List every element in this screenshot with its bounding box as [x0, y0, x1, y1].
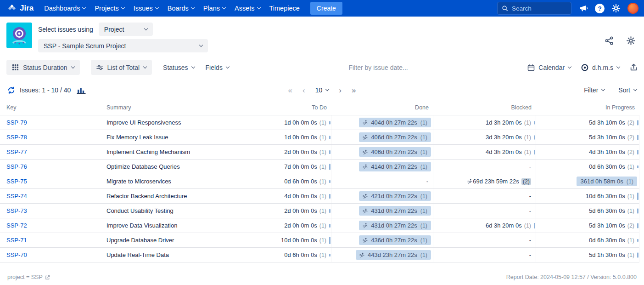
chart-view-icon[interactable]: [76, 86, 86, 94]
done-cell: 406d 0h 27m 22s(1): [331, 145, 433, 159]
duration-value: 4d 3h 10m 0s: [589, 148, 625, 155]
nav-item-timepiece[interactable]: Timepiece: [265, 1, 304, 15]
nav-item-boards[interactable]: Boards: [163, 1, 198, 15]
issue-key-cell: SSP-77: [0, 145, 102, 159]
issue-key-link[interactable]: SSP-70: [6, 251, 27, 258]
column-header-todo[interactable]: To Do: [230, 101, 331, 115]
sort-select[interactable]: Sort: [618, 86, 637, 94]
issue-count: (1): [524, 149, 531, 155]
chevron-down-icon: [144, 26, 148, 30]
duration-badge: 414d 0h 27m 22s(1): [359, 162, 431, 171]
blocked-cell: 6d 3h 20m 0s(1): [433, 218, 536, 233]
project-select[interactable]: SSP - Sample Scrum Project: [38, 39, 208, 52]
column-header-inprogress[interactable]: In Progress: [536, 101, 639, 115]
issue-summary: Migrate to Microservices: [102, 174, 230, 188]
fields-label: Fields: [206, 64, 223, 71]
issue-key-link[interactable]: SSP-76: [6, 163, 27, 170]
issue-table-body: SSP-79Improve UI Responsiveness1d 0h 0m …: [0, 115, 639, 262]
issue-key-cell: SSP-70: [0, 248, 102, 262]
nav-item-label: Plans: [203, 5, 220, 12]
feedback-megaphone-icon[interactable]: [579, 4, 588, 13]
issue-key-link[interactable]: SSP-75: [6, 178, 27, 185]
runner-icon: [363, 194, 368, 199]
issue-summary: Fix Memory Leak Issue: [102, 130, 230, 144]
user-avatar[interactable]: [627, 3, 638, 14]
first-page-button[interactable]: «: [288, 86, 292, 94]
duration-badge: 436d 0h 27m 22s(1): [359, 235, 431, 245]
report-type-select[interactable]: Status Duration: [6, 60, 80, 75]
search-box[interactable]: [497, 2, 571, 15]
jira-logo[interactable]: Jira: [7, 4, 34, 13]
filter-select[interactable]: Filter: [584, 86, 605, 94]
issue-key-link[interactable]: SSP-78: [6, 134, 27, 141]
chevron-down-icon: [143, 64, 147, 68]
search-input[interactable]: [512, 5, 563, 12]
search-icon: [502, 5, 508, 11]
issue-count: (1): [319, 178, 326, 185]
done-cell: 421d 0h 27m 22s(1): [331, 189, 433, 203]
issue-count: (2): [521, 178, 531, 185]
issue-key-link[interactable]: SSP-77: [6, 148, 27, 155]
issue-key-cell: SSP-75: [0, 174, 102, 188]
todo-cell: 0d 6h 0m 0s(1): [230, 174, 331, 188]
duration-value: 414d 0h 27m 22s: [371, 163, 417, 170]
column-header-key[interactable]: Key: [0, 101, 102, 115]
navbar-menu: DashboardsProjectsIssuesBoardsPlansAsset…: [40, 1, 304, 15]
duration-value: 3d 3h 20m 0s: [486, 134, 522, 141]
nav-item-projects[interactable]: Projects: [90, 1, 128, 15]
refresh-icon[interactable]: [7, 86, 15, 94]
chevron-down-icon: [568, 64, 571, 68]
issue-key-link[interactable]: SSP-79: [6, 119, 27, 126]
issue-key-link[interactable]: SSP-73: [6, 207, 27, 214]
issue-key-link[interactable]: SSP-71: [6, 237, 27, 244]
column-header-blocked[interactable]: Blocked: [433, 101, 536, 115]
duration-badge: 431d 0h 27m 22s(1): [359, 221, 431, 230]
inprogress-cell: 5d 3h 10m 0s(2): [536, 115, 639, 130]
export-icon[interactable]: [630, 63, 638, 71]
table-row: SSP-72Improve Data Visualization2d 0h 0m…: [0, 218, 639, 233]
issue-key-cell: SSP-76: [0, 160, 102, 174]
issue-key-link[interactable]: SSP-72: [6, 222, 27, 229]
share-icon[interactable]: [605, 36, 614, 46]
page-settings-gear-icon[interactable]: [626, 36, 636, 46]
help-icon[interactable]: ?: [595, 4, 605, 13]
report-header: Select issues using Project SSP - Sample…: [0, 17, 644, 56]
issue-count: (1): [627, 164, 634, 170]
duration-value: 5d 3h 10m 0s: [589, 119, 625, 126]
nav-item-dashboards[interactable]: Dashboards: [40, 1, 90, 15]
time-format-value: d.h.m.s: [592, 64, 613, 71]
issue-count: (1): [420, 222, 427, 229]
nav-item-issues[interactable]: Issues: [129, 1, 162, 15]
chevron-down-icon: [155, 6, 159, 9]
nav-item-assets[interactable]: Assets: [230, 1, 264, 15]
issue-date-filter[interactable]: Filter by issue date...: [349, 64, 408, 71]
issue-source-select[interactable]: Project: [99, 23, 153, 36]
column-header-done[interactable]: Done: [331, 101, 433, 115]
issue-count: (1): [627, 208, 634, 214]
project-filter-link[interactable]: project = SSP: [7, 274, 50, 280]
last-page-button[interactable]: »: [352, 86, 356, 94]
blocked-cell: -: [433, 248, 536, 262]
column-header-summary[interactable]: Summary: [102, 101, 230, 115]
page-size-select[interactable]: 10: [315, 86, 329, 94]
empty-duration: -: [426, 178, 428, 185]
fields-select[interactable]: Fields: [206, 64, 229, 71]
next-page-button[interactable]: ›: [339, 86, 342, 94]
view-type-select[interactable]: List of Total: [91, 60, 152, 75]
pagination-row: Issues: 1 - 10 / 40 « ‹ 10 › » Filter So…: [0, 80, 644, 101]
done-cell: -: [331, 174, 433, 188]
statuses-select[interactable]: Statuses: [163, 64, 194, 71]
table-row: SSP-74Refactor Backend Architecture4d 0h…: [0, 189, 639, 204]
issue-key-link[interactable]: SSP-74: [6, 193, 27, 200]
prev-page-button[interactable]: ‹: [302, 86, 305, 94]
nav-item-plans[interactable]: Plans: [199, 1, 230, 15]
time-format-select[interactable]: d.h.m.s: [581, 64, 620, 71]
table-row: SSP-75Migrate to Microservices0d 6h 0m 0…: [0, 174, 639, 189]
todo-cell: 2d 0h 0m 0s(1): [230, 145, 331, 159]
chevron-down-icon: [226, 64, 230, 68]
create-button[interactable]: Create: [310, 2, 342, 15]
blocked-cell: -: [433, 233, 536, 247]
report-date-version: Report Date: 2024-05-09 12:57 / Version:…: [506, 274, 637, 280]
calendar-select[interactable]: Calendar: [527, 64, 571, 71]
settings-gear-icon[interactable]: [611, 4, 621, 13]
